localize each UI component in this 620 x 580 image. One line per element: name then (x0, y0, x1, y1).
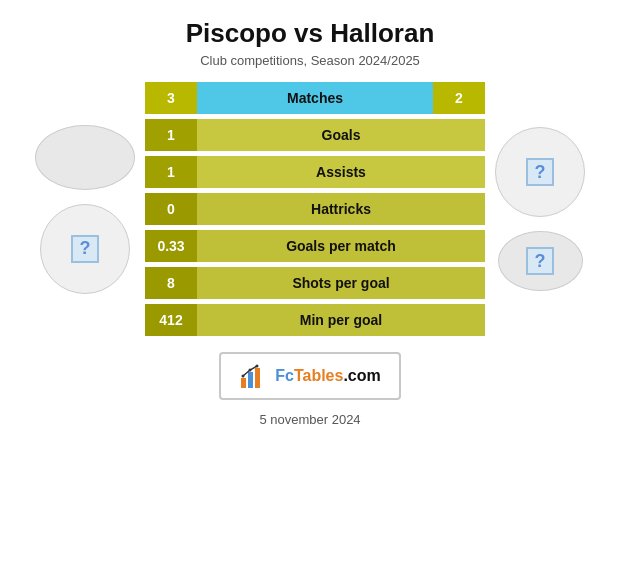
stat-row-hattricks: 0Hattricks (145, 193, 485, 225)
right-avatar-bottom: ? (498, 231, 583, 291)
stat-right-value-0: 2 (433, 82, 485, 114)
logo-area: FcTables.com (219, 352, 401, 400)
right-avatar-top: ? (495, 127, 585, 217)
stat-row-goals-per-match: 0.33Goals per match (145, 230, 485, 262)
stat-left-value-3: 0 (145, 193, 197, 225)
stat-label-2: Assists (197, 156, 485, 188)
stat-row-min-per-goal: 412Min per goal (145, 304, 485, 336)
stat-row-goals: 1Goals (145, 119, 485, 151)
logo-box: FcTables.com (219, 352, 401, 400)
stat-label-1: Goals (197, 119, 485, 151)
stat-label-3: Hattricks (197, 193, 485, 225)
svg-point-4 (249, 369, 252, 372)
page-wrapper: Piscopo vs Halloran Club competitions, S… (0, 0, 620, 580)
stat-label-0: Matches (197, 82, 433, 114)
logo-text: FcTables.com (275, 367, 381, 385)
svg-point-5 (256, 365, 259, 368)
main-content: ? 3Matches21Goals1Assists0Hattricks0.33G… (0, 82, 620, 336)
svg-rect-1 (248, 372, 253, 388)
left-avatar-top (35, 125, 135, 190)
svg-rect-2 (255, 368, 260, 388)
right-avatars: ? ? (495, 127, 585, 291)
left-avatars: ? (35, 125, 135, 294)
stat-label-5: Shots per goal (197, 267, 485, 299)
left-avatar-middle: ? (40, 204, 130, 294)
stat-left-value-2: 1 (145, 156, 197, 188)
left-avatar-icon: ? (71, 235, 99, 263)
stats-table: 3Matches21Goals1Assists0Hattricks0.33Goa… (145, 82, 485, 336)
stat-left-value-4: 0.33 (145, 230, 197, 262)
stat-row-shots-per-goal: 8Shots per goal (145, 267, 485, 299)
stat-left-value-1: 1 (145, 119, 197, 151)
svg-rect-0 (241, 378, 246, 388)
stat-label-4: Goals per match (197, 230, 485, 262)
date-text: 5 november 2024 (259, 412, 360, 427)
stat-row-matches: 3Matches2 (145, 82, 485, 114)
page-subtitle: Club competitions, Season 2024/2025 (200, 53, 420, 68)
stat-left-value-5: 8 (145, 267, 197, 299)
svg-point-3 (242, 375, 245, 378)
stat-label-6: Min per goal (197, 304, 485, 336)
stat-row-assists: 1Assists (145, 156, 485, 188)
right-avatar-bottom-icon: ? (526, 247, 554, 275)
stat-left-value-0: 3 (145, 82, 197, 114)
logo-icon (239, 362, 267, 390)
right-avatar-top-icon: ? (526, 158, 554, 186)
page-title: Piscopo vs Halloran (186, 18, 435, 49)
stat-left-value-6: 412 (145, 304, 197, 336)
